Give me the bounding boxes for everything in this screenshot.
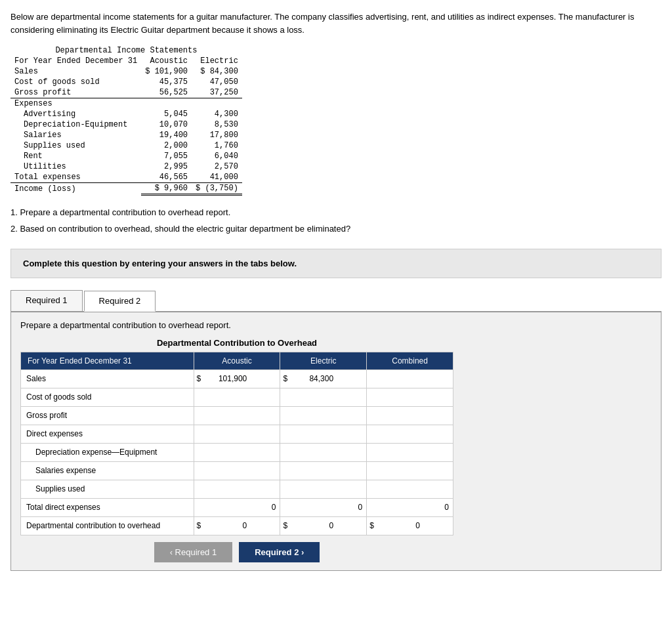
income-row-income-electric: $ (3,750) (192, 183, 242, 195)
dollar-sign: $ (280, 374, 290, 383)
row-totdirect-combined-val: 0 (367, 503, 453, 512)
row-cogs-acoustic-cell[interactable] (194, 388, 280, 406)
row-dep-acoustic-cell[interactable] (194, 443, 280, 461)
row-sup-label: Supplies used (21, 480, 194, 498)
table-row: Cost of goods sold (21, 388, 453, 406)
row-sales-combined-input[interactable] (367, 373, 419, 385)
row-sal-acoustic-cell[interactable] (194, 461, 280, 480)
intro-text: Below are departmental income statements… (10, 10, 662, 36)
row-gp-acoustic-cell[interactable] (194, 406, 280, 425)
row-sales-combined-cell[interactable] (367, 369, 453, 388)
income-row-sup-electric: 1,760 (192, 140, 242, 151)
income-row-util-electric: 2,570 (192, 161, 242, 172)
row-dep-combined-cell[interactable] (367, 443, 453, 461)
row-sup-acoustic-cell[interactable] (194, 480, 280, 498)
income-row-gp-label: Gross profit (10, 87, 141, 98)
row-contrib-combined-input[interactable] (377, 520, 423, 532)
row-gp-combined-cell[interactable] (367, 406, 453, 425)
row-directexp-combined-input[interactable] (367, 428, 419, 440)
row-cogs-electric-cell[interactable] (280, 388, 367, 406)
tab-required-1[interactable]: Required 1 (10, 290, 83, 311)
row-directexp-combined-cell[interactable] (367, 425, 453, 443)
complete-box: Complete this question by entering your … (10, 249, 662, 278)
table-row: Total direct expenses 0 0 0 (21, 498, 453, 516)
row-contrib-label: Departmental contribution to overhead (21, 516, 194, 535)
row-directexp-electric-cell[interactable] (280, 425, 367, 443)
income-row-adv-label: Advertising (10, 109, 141, 119)
income-row-totexp-label: Total expenses (10, 172, 141, 183)
row-sales-electric-cell[interactable]: $ (280, 369, 367, 388)
row-gp-label: Gross profit (21, 406, 194, 425)
prev-button[interactable]: ‹ Required 1 (154, 542, 233, 562)
row-sales-electric-input[interactable] (290, 373, 336, 385)
row-totdirect-label: Total direct expenses (21, 498, 194, 516)
income-row-util-acoustic: 2,995 (141, 161, 192, 172)
arrow-left-icon: ‹ (170, 547, 175, 557)
row-gp-combined-input[interactable] (367, 409, 419, 421)
row-sal-combined-input[interactable] (367, 465, 419, 476)
row-totdirect-acoustic-cell[interactable]: 0 (194, 498, 280, 516)
row-sal-combined-cell[interactable] (367, 461, 453, 480)
row-sales-acoustic-input[interactable] (203, 373, 249, 385)
income-row-cogs-acoustic: 45,375 (141, 77, 192, 87)
table-row: Gross profit (21, 406, 453, 425)
row-totdirect-combined-cell[interactable]: 0 (367, 498, 453, 516)
complete-box-text: Complete this question by entering your … (23, 259, 297, 268)
income-row-totexp-acoustic: 46,565 (141, 172, 192, 183)
next-button[interactable]: Required 2 › (239, 542, 320, 562)
row-directexp-acoustic-input[interactable] (194, 428, 247, 440)
income-row-gp-electric: 37,250 (192, 87, 242, 98)
tabs-row: Required 1 Required 2 (10, 290, 662, 312)
row-directexp-acoustic-cell[interactable] (194, 425, 280, 443)
row-dep-acoustic-input[interactable] (194, 446, 247, 458)
row-gp-electric-cell[interactable] (280, 406, 367, 425)
row-sal-acoustic-input[interactable] (194, 465, 247, 476)
row-contrib-acoustic-input[interactable] (203, 520, 249, 532)
row-contrib-electric-input[interactable] (290, 520, 336, 532)
col-header-acoustic: Acoustic (194, 352, 280, 369)
row-sal-electric-input[interactable] (280, 465, 333, 476)
income-row-cogs-label: Cost of goods sold (10, 77, 141, 87)
row-dep-combined-input[interactable] (367, 446, 419, 458)
row-sup-combined-cell[interactable] (367, 480, 453, 498)
row-sales-acoustic-cell[interactable]: $ (194, 369, 280, 388)
row-sup-combined-input[interactable] (367, 483, 419, 495)
row-sup-electric-cell[interactable] (280, 480, 367, 498)
income-row-gp-acoustic: 56,525 (141, 87, 192, 98)
next-button-label: Required 2 (255, 547, 299, 557)
row-sal-electric-cell[interactable] (280, 461, 367, 480)
tab-instruction: Prepare a departmental contribution to o… (20, 320, 652, 330)
row-directexp-electric-input[interactable] (280, 428, 333, 440)
prev-button-label: Required 1 (175, 547, 217, 557)
row-contrib-combined-cell[interactable]: $ (367, 516, 453, 535)
row-contrib-acoustic-cell[interactable]: $ (194, 516, 280, 535)
row-contrib-electric-cell[interactable]: $ (280, 516, 367, 535)
income-row-adv-acoustic: 5,045 (141, 109, 192, 119)
row-totdirect-electric-cell[interactable]: 0 (280, 498, 367, 516)
dollar-sign: $ (280, 521, 290, 530)
row-cogs-acoustic-input[interactable] (194, 391, 247, 403)
row-sup-electric-input[interactable] (280, 483, 333, 495)
arrow-right-icon: › (299, 547, 304, 557)
income-row-dep-acoustic: 10,070 (141, 119, 192, 130)
row-sup-acoustic-input[interactable] (194, 483, 247, 495)
income-row-sales-electric: $ 84,300 (192, 66, 242, 77)
row-dep-electric-input[interactable] (280, 446, 333, 458)
row-gp-electric-input[interactable] (280, 409, 333, 421)
row-gp-acoustic-input[interactable] (194, 409, 247, 421)
income-row-util-label: Utilities (10, 161, 141, 172)
contribution-table-wrapper: Departmental Contribution to Overhead Fo… (20, 338, 453, 562)
income-row-income-label: Income (loss) (10, 183, 141, 195)
tab-required-2[interactable]: Required 2 (84, 291, 156, 312)
row-cogs-combined-cell[interactable] (367, 388, 453, 406)
row-dep-electric-cell[interactable] (280, 443, 367, 461)
income-row-sal-label: Salaries (10, 130, 141, 140)
row-cogs-combined-input[interactable] (367, 391, 419, 403)
income-subtitle: For Year Ended December 31 (10, 56, 141, 66)
row-cogs-electric-input[interactable] (280, 391, 333, 403)
row-totdirect-acoustic-val: 0 (194, 503, 280, 512)
income-row-totexp-electric: 41,000 (192, 172, 242, 183)
row-totdirect-electric-val: 0 (280, 503, 366, 512)
table-row: Supplies used (21, 480, 453, 498)
row-sales-label: Sales (21, 369, 194, 388)
